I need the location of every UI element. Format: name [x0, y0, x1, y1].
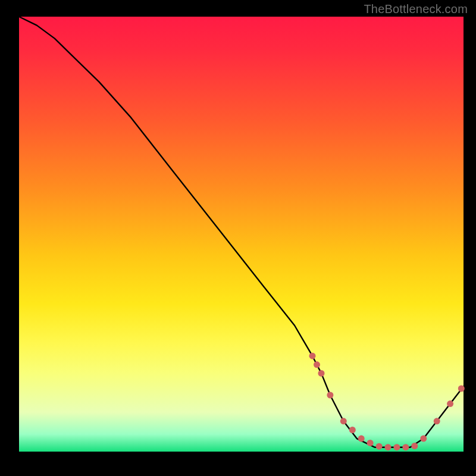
marker-dot [402, 444, 409, 450]
marker-dot [358, 436, 365, 442]
marker-dot [385, 444, 392, 450]
plot-area [19, 17, 464, 452]
chart-frame: TheBottleneck.com [0, 0, 476, 476]
marker-dot [420, 436, 427, 442]
marker-group [309, 353, 465, 451]
marker-dot [327, 392, 333, 399]
marker-dot [376, 443, 383, 450]
marker-dot [349, 427, 356, 433]
marker-dot [309, 353, 316, 359]
marker-dot [411, 443, 418, 449]
marker-dot [318, 370, 325, 377]
marker-dot [458, 386, 465, 392]
marker-dot [447, 400, 453, 407]
marker-dot [434, 418, 440, 424]
plot-svg [19, 17, 464, 452]
marker-dot [314, 361, 320, 368]
watermark-text: TheBottleneck.com [364, 2, 468, 16]
marker-dot [393, 444, 400, 450]
marker-dot [367, 440, 374, 446]
bottleneck-curve [19, 17, 464, 447]
marker-dot [340, 418, 347, 424]
